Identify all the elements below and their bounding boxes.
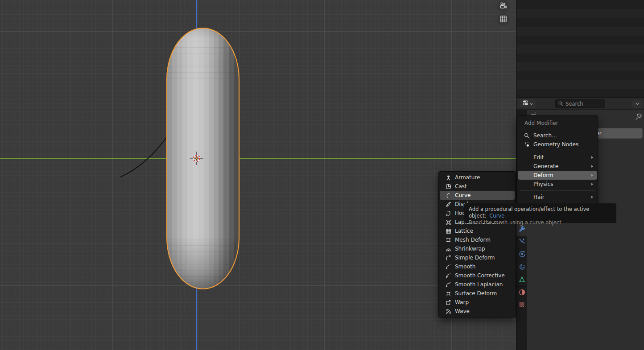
particles-icon	[518, 238, 526, 247]
menu-category[interactable]: Edit	[518, 153, 597, 162]
tooltip-operator-name: Curve	[489, 213, 504, 219]
menu-categories: Edit Generate Deform Physics	[517, 153, 598, 189]
geometry-nodes-icon	[523, 141, 531, 148]
menu-title: Add Modifier	[517, 118, 598, 128]
camera-view-gizmo[interactable]	[497, 0, 509, 12]
object-data-icon	[518, 276, 526, 285]
displace-icon	[445, 201, 452, 208]
wave-icon	[445, 308, 452, 315]
object-data-properties[interactable]	[516, 274, 527, 286]
submenu-item[interactable]: Armature	[440, 173, 515, 182]
physics-icon	[518, 250, 526, 259]
menu-category[interactable]: Physics	[518, 180, 597, 189]
menu-actions: Search... Geometry Nodes	[517, 128, 598, 149]
surface-deform-icon	[445, 290, 452, 297]
chevron-down-icon	[635, 100, 640, 108]
editor-type-button[interactable]	[520, 99, 536, 108]
submenu-item[interactable]: Smooth	[440, 262, 515, 271]
submenu-item[interactable]: Warp	[440, 298, 515, 307]
properties-search-box[interactable]	[555, 99, 605, 108]
mesh-deform-icon	[445, 236, 452, 244]
pin-icon[interactable]	[635, 113, 643, 121]
warp-icon	[445, 299, 452, 306]
constraint-properties[interactable]	[516, 261, 527, 274]
properties-tabs	[516, 223, 527, 312]
submenu-arrow-icon	[591, 196, 593, 198]
shrinkwrap-icon	[445, 245, 452, 253]
submenu-item[interactable]: Lattice	[440, 226, 515, 235]
particle-properties[interactable]	[516, 236, 527, 248]
menu-categories-extra: Hair	[517, 193, 598, 202]
submenu-arrow-icon	[591, 174, 593, 177]
search-icon	[558, 99, 563, 108]
chevron-down-icon	[529, 99, 533, 108]
submenu-arrow-icon	[591, 156, 593, 159]
cast-icon	[445, 183, 452, 190]
texture-properties[interactable]	[516, 299, 527, 312]
menu-separator	[520, 151, 595, 151]
outliner-region[interactable]	[516, 0, 644, 98]
blender-window: Add Modifier Add Modifier Search... Geom…	[0, 0, 644, 350]
smooth-corrective-icon	[445, 272, 452, 280]
submenu-item[interactable]: Smooth Corrective	[440, 271, 515, 280]
wrench-icon	[518, 225, 526, 235]
properties-header	[516, 98, 644, 110]
search-icon	[523, 132, 531, 140]
3d-cursor	[189, 150, 205, 166]
lattice-icon	[445, 227, 452, 235]
submenu-item[interactable]: Shrinkwrap	[440, 244, 515, 253]
menu-separator	[520, 190, 595, 191]
simple-deform-icon	[445, 254, 452, 262]
camera-icon	[499, 1, 508, 12]
material-properties[interactable]	[516, 287, 527, 299]
submenu-item[interactable]: Smooth Laplacian	[440, 280, 515, 289]
add-modifier-menu: Add Modifier Search... Geometry Nodes Ed…	[517, 115, 598, 204]
submenu-arrow-icon	[591, 183, 593, 185]
submenu-item[interactable]: Mesh Deform	[440, 235, 515, 244]
material-icon	[518, 288, 526, 298]
armature-icon	[445, 174, 452, 181]
hook-icon	[445, 210, 452, 217]
laplacian-deform-icon	[445, 218, 452, 226]
smooth-laplacian-icon	[445, 281, 452, 288]
submenu-item[interactable]: Simple Deform	[440, 253, 515, 262]
submenu-arrow-icon	[591, 165, 593, 168]
menu-category[interactable]: Deform	[518, 171, 597, 180]
curve-icon	[445, 192, 452, 199]
smooth-icon	[445, 263, 452, 271]
search-input[interactable]	[566, 101, 601, 107]
menu-category[interactable]: Generate	[518, 162, 597, 171]
submenu-item[interactable]: Curve	[440, 191, 515, 200]
breadcrumb-object-icon-partial	[531, 112, 536, 115]
submenu-item[interactable]: Wave	[440, 307, 515, 316]
grid-icon	[499, 15, 508, 25]
submenu-item[interactable]: Cast	[440, 182, 515, 191]
orthographic-grid-gizmo[interactable]	[497, 13, 509, 26]
texture-icon	[518, 301, 526, 310]
filter-dropdown-button[interactable]	[632, 100, 643, 108]
menu-item[interactable]: Geometry Nodes	[518, 140, 597, 149]
constraints-icon	[518, 263, 526, 272]
tooltip-line2: Bend the mesh using a curve object	[469, 219, 612, 226]
menu-category[interactable]: Hair	[518, 193, 597, 202]
submenu-item[interactable]: Surface Deform	[440, 289, 515, 298]
menu-item[interactable]: Search...	[518, 131, 597, 140]
tooltip: Add a procedural operation/effect to the…	[464, 203, 617, 223]
physics-properties[interactable]	[516, 248, 527, 261]
deform-submenu: Armature Cast Curve Displace Hook Laplac…	[438, 171, 516, 317]
tooltip-line1: Add a procedural operation/effect to the…	[469, 206, 612, 219]
properties-editor-icon	[522, 99, 529, 108]
deform-items: Armature Cast Curve Displace Hook Laplac…	[439, 173, 516, 316]
